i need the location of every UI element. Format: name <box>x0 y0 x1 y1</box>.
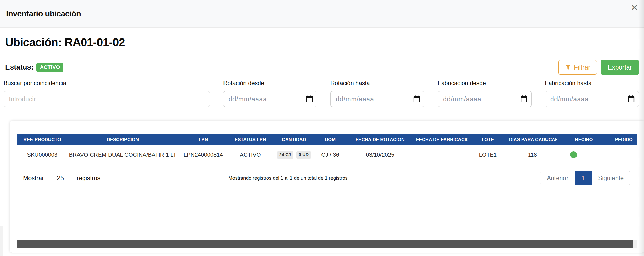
manufacture-to-input[interactable] <box>545 91 639 107</box>
horizontal-scrollbar-track[interactable] <box>17 240 637 248</box>
cell-cantidad: 24 CJ 0 UD <box>273 145 316 164</box>
records-summary: Mostrando registros del 1 al 1 de un tot… <box>228 175 348 181</box>
filter-button[interactable]: Filtrar <box>558 60 597 75</box>
quantity-badge-cases: 24 CJ <box>277 151 293 159</box>
cell-descripcion: BRAVO CREM DUAL COCINA/BATIR 1 LT <box>67 145 179 164</box>
cell-lpn: LPN240000814 <box>179 145 228 164</box>
col-estatus-lpn: ESTATUS LPN <box>228 134 273 145</box>
col-uom: UOM <box>315 134 345 145</box>
col-fecha-rotacion: FECHA DE ROTACIÓN <box>345 134 415 145</box>
cell-recibo <box>557 145 611 164</box>
close-icon[interactable]: ✕ <box>631 4 638 12</box>
pagination-row: Mostrar registros Mostrando registros de… <box>17 171 637 185</box>
cell-fecha-rotacion: 03/10/2025 <box>345 145 415 164</box>
next-page-button[interactable]: Siguiente <box>592 171 630 185</box>
rotation-from-input[interactable] <box>223 91 317 107</box>
table-header-row: REF. PRODUCTO DESCRIPCIÓN LPN ESTATUS LP… <box>17 134 637 145</box>
inventory-table-card: REF. PRODUCTO DESCRIPCIÓN LPN ESTATUS LP… <box>10 121 644 253</box>
cell-fecha-fabricacion <box>415 145 468 164</box>
col-fecha-fabricacion: FECHA DE FABRICACIÓN <box>415 134 468 145</box>
col-lpn: LPN <box>179 134 228 145</box>
search-field-group: Buscar por coincidencia <box>4 80 210 107</box>
horizontal-scrollbar-thumb[interactable] <box>17 240 633 248</box>
rotation-from-label: Rotación desde <box>223 80 317 87</box>
manufacture-to-group: Fabricación hasta <box>545 80 639 107</box>
manufacture-from-group: Fabricación desde <box>438 80 532 107</box>
funnel-icon <box>565 64 571 71</box>
manufacture-to-label: Fabricación hasta <box>545 80 639 87</box>
table-row: SKU000003 BRAVO CREM DUAL COCINA/BATIR 1… <box>17 145 637 164</box>
filter-button-label: Filtrar <box>574 64 590 71</box>
cell-lote: LOTE1 <box>468 145 508 164</box>
col-descripcion: DESCRIPCIÓN <box>67 134 179 145</box>
quantity-badge-units: 0 UD <box>296 151 311 159</box>
cell-uom: CJ / 36 <box>315 145 345 164</box>
status-badge: ACTIVO <box>36 63 63 72</box>
rotation-to-input[interactable] <box>330 91 424 107</box>
col-cantidad: CANTIDAD <box>273 134 316 145</box>
inventory-table: REF. PRODUCTO DESCRIPCIÓN LPN ESTATUS LP… <box>17 134 637 164</box>
manufacture-from-label: Fabricación desde <box>438 80 532 87</box>
modal-header: Inventario ubicación ✕ <box>0 0 644 28</box>
cell-pedido <box>611 145 637 164</box>
col-lote: LOTE <box>468 134 508 145</box>
filters-row: Buscar por coincidencia Rotación desde R… <box>5 80 639 107</box>
status-row: Estatus: ACTIVO Filtrar Exportar <box>5 60 639 75</box>
records-label: registros <box>77 174 100 182</box>
page-size-input[interactable] <box>50 171 71 185</box>
col-recibo: RECIBO <box>557 134 611 145</box>
table-empty-space <box>17 185 637 240</box>
rotation-to-group: Rotación hasta <box>330 80 424 107</box>
recibo-status-dot <box>570 151 577 158</box>
page-size-label: Mostrar <box>23 174 44 182</box>
modal-title: Inventario ubicación <box>6 9 81 18</box>
previous-page-button[interactable]: Anterior <box>540 171 575 185</box>
cell-ref-producto: SKU000003 <box>17 145 67 164</box>
cell-estatus-lpn: ACTIVO <box>228 145 273 164</box>
export-button[interactable]: Exportar <box>601 60 639 75</box>
toolbar-actions: Filtrar Exportar <box>558 60 639 75</box>
col-pedido: PEDIDO <box>611 134 637 145</box>
pager: Anterior 1 Siguiente <box>540 171 630 185</box>
col-dias-caducar: DÍAS PARA CADUCAR <box>508 134 557 145</box>
search-label: Buscar por coincidencia <box>4 80 210 87</box>
current-page-button[interactable]: 1 <box>575 171 592 185</box>
rotation-to-label: Rotación hasta <box>330 80 424 87</box>
cell-dias-caducar: 118 <box>508 145 557 164</box>
col-ref-producto: REF. PRODUCTO <box>17 134 67 145</box>
status-label: Estatus: <box>5 63 33 71</box>
page-title: Ubicación: RA01-01-02 <box>5 36 639 49</box>
modal-body: Ubicación: RA01-01-02 Estatus: ACTIVO Fi… <box>0 36 644 253</box>
rotation-from-group: Rotación desde <box>223 80 317 107</box>
manufacture-from-input[interactable] <box>438 91 532 107</box>
search-input[interactable] <box>4 91 210 107</box>
